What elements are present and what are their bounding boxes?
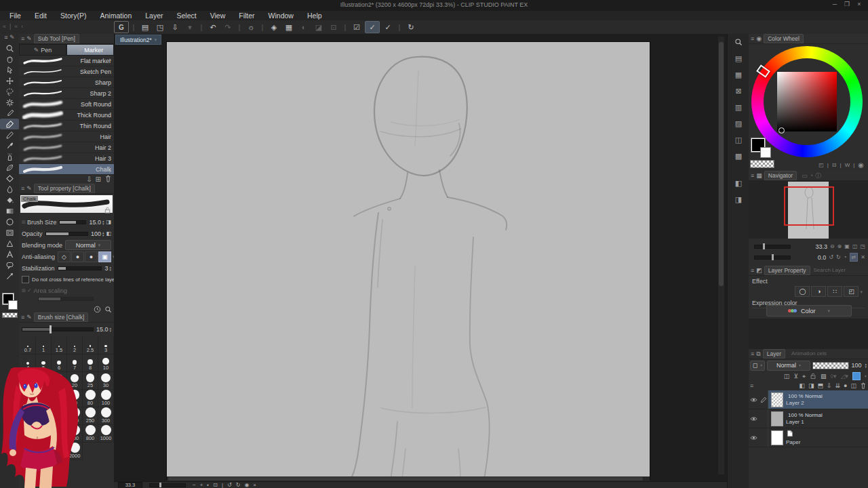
brush-size-option[interactable]: 1700 [52, 443, 67, 460]
subtool-brush-item[interactable]: Thin Round [19, 121, 114, 131]
drawing-canvas[interactable] [167, 42, 650, 479]
collapse-arrows-icon[interactable]: « | « ‹ [3, 24, 23, 30]
brush-size-panel-stepper[interactable]: ▴▾ [109, 327, 111, 332]
canvas-vertical-scrollbar[interactable] [718, 37, 724, 474]
brush-size-option[interactable]: 170 [52, 407, 67, 425]
snap-ruler-icon[interactable]: ☑ [350, 22, 363, 33]
search-palette-icon[interactable] [728, 34, 749, 50]
brush-size-option[interactable]: 6 [52, 354, 67, 372]
duplicate-subtool-icon[interactable]: ⊞ [96, 176, 101, 183]
brush-size-option[interactable]: 30 [98, 372, 114, 390]
brush-size-option[interactable]: 25 [83, 372, 98, 390]
auto-action-palette-icon[interactable]: ▩ [728, 148, 749, 164]
actual-pixels-icon[interactable]: ◫ [852, 243, 858, 249]
open-file-icon[interactable]: ◳ [153, 22, 167, 33]
stabilization-stepper[interactable]: ▴▾ [109, 266, 111, 271]
full-screen-icon[interactable]: ◳ [860, 243, 865, 249]
lock-icon[interactable] [104, 205, 111, 212]
auto-select-tool-icon[interactable] [0, 97, 19, 108]
eyedropper-tool-icon[interactable] [0, 108, 19, 119]
zoom-in-icon[interactable]: + [200, 482, 203, 488]
correct-line-tool-icon[interactable] [0, 270, 19, 281]
anti-aliasing-middle-option[interactable]: ● [85, 251, 98, 262]
transparent-color-swatch[interactable] [2, 312, 18, 318]
brush-size-stepper[interactable]: ▴▾ [102, 220, 104, 225]
tone-effect-icon[interactable]: ◑ [811, 286, 826, 297]
brush-size-option[interactable]: 0.7 [20, 337, 36, 354]
layer-color-effect-icon[interactable]: ◰ [844, 286, 859, 297]
new-document-icon[interactable]: ▤ [138, 22, 152, 33]
brush-size-option[interactable]: 7 [67, 354, 83, 372]
brush-size-option[interactable]: 100 [98, 390, 114, 407]
opacity-value[interactable]: 100 [91, 230, 101, 237]
gradient-tool-icon[interactable] [0, 205, 19, 216]
clip-to-layer-below-icon[interactable]: ◫ [784, 373, 790, 380]
subtool-brush-item[interactable]: Chalk [19, 164, 114, 175]
subtool-tab[interactable]: ✎Pen [19, 44, 66, 56]
rotate-left-icon[interactable]: ↺ [829, 254, 833, 260]
halftone-effect-icon[interactable]: ∷ [827, 286, 842, 297]
zoom-out-icon[interactable]: − [193, 482, 196, 488]
brush-size-option[interactable]: 150 [36, 407, 52, 425]
separator[interactable]: | [130, 22, 137, 33]
snap-special-ruler-icon[interactable]: ✓ [365, 21, 380, 33]
pen-tool-icon[interactable] [0, 119, 19, 129]
expression-color-select[interactable]: Color ▾ [766, 305, 852, 317]
layer-thumbnail[interactable] [771, 392, 783, 407]
subtool-brush-item[interactable]: Sharp [19, 77, 114, 88]
brush-size-option[interactable]: 130 [20, 407, 36, 425]
pencil-tool-icon[interactable] [0, 129, 19, 140]
panel-menu-icon[interactable]: ≡ [21, 185, 24, 192]
crop-icon[interactable]: ▦ [282, 22, 296, 33]
text-tool-icon[interactable] [0, 249, 19, 260]
brush-size-panel-value[interactable]: 15.0 [96, 326, 108, 333]
separator[interactable]: | [342, 22, 349, 33]
panel-menu-icon[interactable]: ≡ [751, 172, 754, 179]
clear-icon[interactable]: ◈ [267, 22, 281, 33]
check-icon[interactable]: ✓ [27, 288, 32, 293]
selection-tool-icon[interactable] [0, 86, 19, 97]
zoom-out-icon[interactable]: ⊖ [830, 243, 835, 249]
import-subtool-icon[interactable]: ⇩ [86, 176, 92, 183]
actual-size-icon[interactable]: ⊡ [213, 482, 218, 488]
save-caret-icon[interactable]: ▾ [183, 22, 197, 33]
separator[interactable]: | [198, 22, 205, 33]
menu-item[interactable]: Filter [232, 12, 261, 20]
background-color-swatch[interactable] [760, 147, 771, 158]
brush-size-option[interactable]: 80 [83, 390, 98, 407]
layer-thumbnail[interactable] [771, 430, 783, 445]
panel-menu-icon[interactable]: ≡ [21, 35, 24, 42]
undo-icon[interactable]: ↶ [206, 22, 220, 33]
navigator-preview-area[interactable] [749, 181, 868, 239]
layer-visibility-eye-icon[interactable] [749, 416, 759, 422]
tool-palette-menu-icon[interactable]: ≡ ✎ [0, 34, 19, 42]
zoom-in-icon[interactable]: ⊕ [837, 243, 842, 249]
separator[interactable]: | [396, 22, 403, 33]
transfer-to-lower-layer-icon[interactable]: ⇩ [827, 382, 832, 390]
chevron-down-icon[interactable]: ▾ [865, 374, 867, 378]
zoom-tool-icon[interactable] [0, 43, 19, 54]
panel-menu-icon[interactable]: ≡ [751, 267, 754, 274]
minimize-button[interactable]: ─ [829, 1, 841, 9]
transparent-color-swatch[interactable] [750, 160, 774, 168]
brush-size-value[interactable]: 15.0 [89, 219, 101, 226]
brush-size-option[interactable]: 50 [36, 390, 52, 407]
area-scaling-slider[interactable] [38, 297, 94, 301]
brush-size-option[interactable]: 40 [20, 390, 36, 407]
brush-size-option[interactable]: 400 [20, 425, 36, 443]
navigator-viewport-rect[interactable] [784, 186, 834, 226]
anti-aliasing-none-option[interactable]: ◇ [58, 251, 71, 262]
selection-launcher-icon[interactable]: ⊡ [327, 22, 340, 33]
border-effect-icon[interactable]: ◯ [795, 286, 810, 297]
frame-border-tool-icon[interactable] [0, 227, 19, 238]
lock-transparent-pixels-icon[interactable]: ▨ [821, 373, 827, 380]
rotate-right-icon[interactable]: ↻ [236, 482, 241, 488]
chevron-down-icon[interactable]: ▾ [860, 289, 863, 294]
subview-tab-icon[interactable]: ▭ [802, 173, 808, 179]
reference-layer-icon[interactable]: ⊻ [793, 373, 798, 380]
opacity-slider[interactable] [45, 232, 88, 236]
background-color-swatch[interactable] [8, 300, 18, 310]
expand-icon[interactable]: ⊞ [22, 220, 26, 224]
layer-row[interactable]: 100 % Normal Layer 1 [749, 409, 868, 428]
layer-blend-mode-select[interactable]: Normal▾ [767, 361, 810, 371]
